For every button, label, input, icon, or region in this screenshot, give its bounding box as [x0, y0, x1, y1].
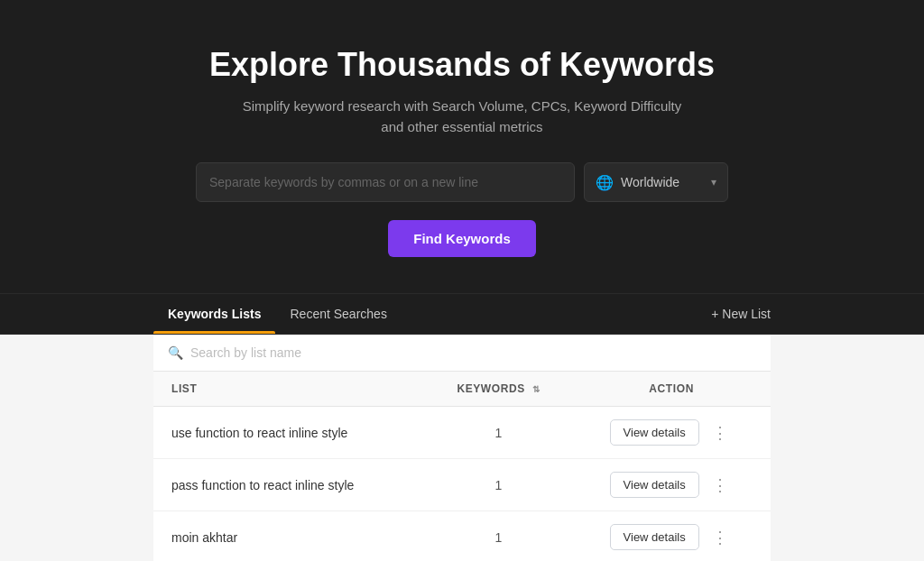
sort-icon: ⇅	[532, 384, 541, 394]
row-list-name: use function to react inline style	[153, 407, 425, 459]
table-row: use function to react inline style 1 Vie…	[153, 407, 771, 459]
keywords-lists-table: LIST KEYWORDS ⇅ ACTION use function to r…	[153, 372, 771, 561]
location-selector[interactable]: 🌐 Worldwide ▾	[584, 162, 728, 202]
keyword-input[interactable]	[196, 162, 575, 202]
action-wrapper: View details ⋮	[590, 524, 753, 550]
new-list-button[interactable]: + New List	[711, 294, 771, 334]
row-action-cell: View details ⋮	[572, 407, 771, 459]
tabs-bar: Keywords Lists Recent Searches + New Lis…	[0, 294, 924, 335]
action-wrapper: View details ⋮	[590, 419, 753, 446]
location-label: Worldwide	[621, 175, 679, 189]
row-keywords-count: 1	[425, 459, 573, 511]
more-options-button[interactable]: ⋮	[707, 526, 734, 549]
chevron-down-icon: ▾	[711, 176, 716, 189]
table-row: moin akhtar 1 View details ⋮	[153, 511, 771, 561]
view-details-button[interactable]: View details	[610, 472, 699, 498]
table-row: pass function to react inline style 1 Vi…	[153, 459, 771, 511]
col-list: LIST	[153, 372, 425, 407]
search-icon: 🔍	[168, 345, 183, 360]
bottom-section: Keywords Lists Recent Searches + New Lis…	[0, 294, 924, 561]
view-details-button[interactable]: View details	[610, 419, 699, 446]
search-row: 🌐 Worldwide ▾	[18, 162, 906, 202]
row-list-name: moin akhtar	[153, 511, 425, 561]
more-options-button[interactable]: ⋮	[707, 421, 734, 445]
row-list-name: pass function to react inline style	[153, 459, 425, 511]
col-action: ACTION	[572, 372, 771, 407]
list-search-input[interactable]	[190, 345, 756, 360]
table-header-row: LIST KEYWORDS ⇅ ACTION	[153, 372, 771, 407]
table-container: 🔍 LIST KEYWORDS ⇅ ACTION use function to…	[153, 335, 771, 561]
view-details-button[interactable]: View details	[610, 524, 699, 550]
table-body: use function to react inline style 1 Vie…	[153, 407, 771, 561]
row-keywords-count: 1	[425, 407, 573, 459]
globe-icon: 🌐	[596, 174, 614, 191]
row-action-cell: View details ⋮	[572, 511, 771, 561]
list-search-bar: 🔍	[153, 335, 771, 372]
find-keywords-button[interactable]: Find Keywords	[388, 220, 536, 257]
hero-section: Explore Thousands of Keywords Simplify k…	[0, 0, 924, 294]
row-action-cell: View details ⋮	[572, 459, 771, 511]
tab-keywords-lists[interactable]: Keywords Lists	[153, 294, 275, 334]
hero-title: Explore Thousands of Keywords	[18, 45, 906, 84]
row-keywords-count: 1	[425, 511, 573, 561]
action-wrapper: View details ⋮	[590, 472, 753, 498]
hero-subtitle: Simplify keyword research with Search Vo…	[236, 97, 688, 137]
tab-recent-searches[interactable]: Recent Searches	[275, 294, 401, 334]
more-options-button[interactable]: ⋮	[707, 474, 734, 497]
col-keywords: KEYWORDS ⇅	[425, 372, 573, 407]
